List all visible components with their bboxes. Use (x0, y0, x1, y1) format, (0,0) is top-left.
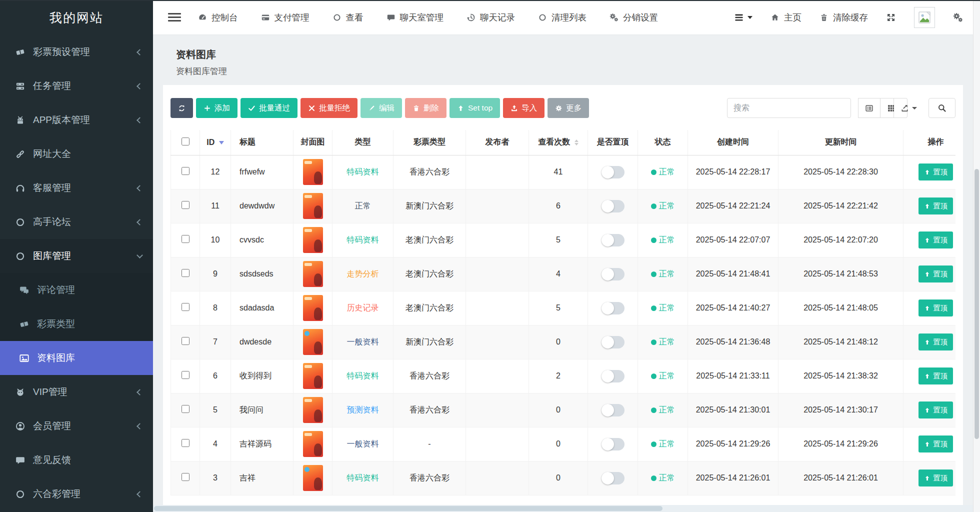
import-button[interactable]: 导入 (503, 98, 544, 118)
cover-image[interactable] (303, 295, 323, 321)
row-checkbox[interactable] (182, 439, 190, 447)
set-top-row-button[interactable]: 置顶 (918, 402, 953, 418)
cover-image[interactable] (303, 193, 323, 219)
refresh-button[interactable] (170, 98, 193, 118)
search-input[interactable] (727, 98, 851, 118)
menu-dropdown[interactable] (734, 12, 752, 23)
row-checkbox[interactable] (182, 235, 190, 243)
nav-item-distribution[interactable]: 分销设置 (610, 12, 658, 24)
search-button[interactable] (928, 98, 956, 118)
sidebar-item-expert-forum[interactable]: 高手论坛 (0, 205, 153, 239)
column-header-label: 标题 (240, 138, 256, 146)
set-top-row-button[interactable]: 置顶 (918, 368, 953, 384)
vertical-scrollbar-thumb[interactable] (974, 169, 979, 439)
set-top-label: 置顶 (933, 270, 948, 279)
user-avatar[interactable] (914, 7, 935, 28)
nav-item-chat-history[interactable]: 聊天记录 (466, 12, 515, 24)
top-toggle[interactable] (602, 336, 624, 348)
cover-image[interactable] (303, 159, 323, 185)
sidebar-item-mark-six[interactable]: 六合彩管理 (0, 477, 153, 511)
set-top-row-button[interactable]: 置顶 (918, 164, 953, 180)
top-toggle[interactable] (602, 302, 624, 314)
cell-publisher (466, 359, 529, 393)
top-toggle[interactable] (602, 370, 624, 382)
cover-image[interactable] (303, 261, 323, 287)
columns-button[interactable] (880, 98, 894, 118)
top-toggle[interactable] (602, 404, 624, 416)
sidebar-item-url-list[interactable]: 网址大全 (0, 137, 153, 171)
sidebar-item-lottery-preset[interactable]: 彩票预设管理 (0, 35, 153, 69)
set-top-row-button[interactable]: 置顶 (918, 334, 953, 350)
sidebar-item-comments[interactable]: 评论管理 (0, 273, 153, 307)
row-checkbox[interactable] (182, 473, 190, 481)
top-toggle[interactable] (602, 200, 624, 212)
cover-image[interactable] (303, 363, 323, 389)
button-icon (248, 104, 256, 112)
sidebar-item-members[interactable]: 会员管理 (0, 409, 153, 443)
row-checkbox[interactable] (182, 269, 190, 277)
delete-button[interactable]: 删除 (405, 98, 446, 118)
set-top-row-button[interactable]: 置顶 (918, 470, 953, 486)
nav-item-home[interactable]: 主页 (770, 12, 802, 24)
edit-button[interactable]: 编辑 (360, 98, 402, 118)
sort-desc-icon[interactable] (219, 141, 224, 144)
fullscreen-icon[interactable] (886, 12, 896, 22)
batch-reject-button[interactable]: 批量拒绝 (300, 98, 358, 118)
sidebar-toggle-icon[interactable] (168, 11, 181, 24)
set-top-row-button[interactable]: 置顶 (918, 266, 953, 282)
nav-item-clean-list[interactable]: 清理列表 (538, 12, 586, 24)
nav-item-label: 聊天记录 (480, 12, 515, 24)
nav-item-dashboard[interactable]: 控制台 (198, 12, 238, 24)
sidebar-item-vip[interactable]: VIP管理 (0, 375, 153, 409)
export-button[interactable] (894, 98, 908, 118)
row-checkbox[interactable] (182, 405, 190, 413)
detail-view-button[interactable] (858, 98, 880, 118)
nav-item-clear-cache[interactable]: 清除缓存 (820, 12, 868, 24)
nav-item-chatroom[interactable]: 聊天室管理 (386, 12, 444, 24)
sidebar-item-lottery-type[interactable]: 彩票类型 (0, 307, 153, 341)
top-toggle[interactable] (602, 438, 624, 450)
cover-image[interactable] (303, 431, 323, 457)
set-top-row-button[interactable]: 置顶 (918, 300, 953, 316)
add-button[interactable]: 添加 (196, 98, 238, 118)
sidebar-item-tasks[interactable]: 任务管理 (0, 69, 153, 103)
top-toggle[interactable] (602, 166, 624, 178)
nav-item-payment[interactable]: 支付管理 (261, 12, 310, 24)
sidebar-item-app-version[interactable]: APP版本管理 (0, 103, 153, 137)
row-checkbox[interactable] (182, 167, 190, 175)
select-all-checkbox[interactable] (182, 138, 190, 146)
cell-title: 吉祥 (231, 461, 294, 495)
brand-title[interactable]: 我的网站 (0, 0, 153, 35)
cover-image[interactable] (303, 227, 323, 253)
sidebar-item-feedback[interactable]: 意见反馈 (0, 443, 153, 477)
nav-item-view[interactable]: 查看 (332, 12, 364, 24)
top-toggle[interactable] (602, 472, 624, 484)
sidebar-item-gallery[interactable]: 图库管理 (0, 239, 153, 273)
cover-image[interactable] (303, 397, 323, 423)
more-button[interactable]: 更多 (548, 98, 589, 118)
sidebar-item-icon (19, 285, 30, 296)
batch-approve-button[interactable]: 批量通过 (240, 98, 298, 118)
horizontal-scrollbar-thumb[interactable] (154, 506, 662, 511)
row-checkbox[interactable] (182, 303, 190, 311)
cell-created-time: 2025-05-14 21:30:01 (688, 393, 778, 427)
top-toggle[interactable] (602, 268, 624, 280)
set-top-row-button[interactable]: 置顶 (918, 232, 953, 248)
sort-icon[interactable] (574, 140, 578, 146)
row-checkbox[interactable] (182, 371, 190, 379)
cover-image[interactable] (303, 329, 323, 355)
row-checkbox[interactable] (182, 337, 190, 345)
arrow-up-icon (924, 373, 930, 380)
settings-gear-icon[interactable] (953, 12, 963, 22)
row-checkbox[interactable] (182, 201, 190, 209)
set-top-row-button[interactable]: 置顶 (918, 436, 953, 452)
top-toggle[interactable] (602, 234, 624, 246)
cell-views: 5 (529, 291, 588, 325)
cover-image[interactable] (303, 465, 323, 491)
sidebar-item-support[interactable]: 客服管理 (0, 171, 153, 205)
sidebar-item-data-gallery[interactable]: 资料图库 (0, 341, 153, 375)
cell-title: sdadasda (231, 291, 294, 325)
set-top-row-button[interactable]: 置顶 (918, 198, 953, 214)
set-top-button[interactable]: Set top (450, 98, 500, 118)
toolbar: 添加 批量通过 批量拒绝 编辑 删除 S (170, 98, 956, 118)
